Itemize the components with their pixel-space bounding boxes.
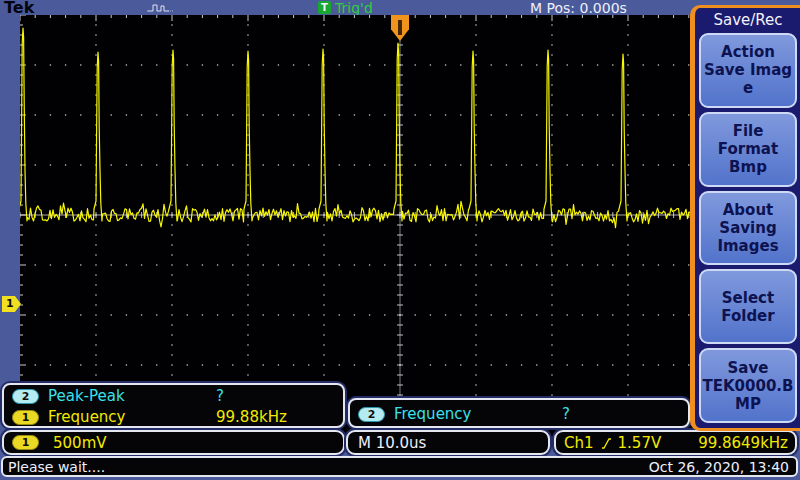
button-line: Save Image xyxy=(702,61,794,97)
measurement-value: ? xyxy=(216,387,224,405)
measurement-label: Peak-Peak xyxy=(48,387,125,405)
button-line: Save xyxy=(728,359,769,377)
menu-button-action-save-image[interactable]: Action Save Image xyxy=(699,33,797,108)
button-line: Action xyxy=(721,43,775,61)
channel2-badge: 2 xyxy=(358,407,385,422)
button-line: Saving xyxy=(719,219,776,237)
channel1-ground-marker[interactable]: 1 xyxy=(2,296,21,312)
trigger-readout: Ch1 1.57V 99.8649kHz xyxy=(554,430,797,455)
measurement-label: Frequency xyxy=(48,408,126,426)
measurement-row: 2 Peak-Peak ? xyxy=(4,386,343,407)
trigger-level-value: 1.57V xyxy=(618,434,662,452)
measurement-label: Frequency xyxy=(394,405,472,423)
trigger-marker-slot xyxy=(398,20,402,35)
top-status-bar: Tek T Trig'd M Pos: 0.000s xyxy=(0,0,800,16)
ch1-scale-readout: 1 500mV xyxy=(2,430,345,455)
graticule-display xyxy=(20,15,780,443)
button-line: Images xyxy=(717,237,778,255)
menu-button-select-folder[interactable]: Select Folder xyxy=(699,269,797,344)
button-line: Bmp xyxy=(729,158,767,176)
oscilloscope-ui: Tek T Trig'd M Pos: 0.000s 1 Save/Rec Ac… xyxy=(0,0,800,480)
horizontal-position-readout: M Pos: 0.000s xyxy=(530,0,627,16)
button-line: Select xyxy=(722,289,774,307)
trigger-source: Ch1 xyxy=(564,434,594,452)
channel1-badge: 1 xyxy=(12,435,39,450)
waveform-plot xyxy=(20,15,780,443)
button-line: TEK0000.BMP xyxy=(702,377,794,413)
measurement-value: 99.88kHz xyxy=(216,408,287,426)
trigger-status-label: Trig'd xyxy=(335,0,373,16)
timebase-readout: M 10.0us xyxy=(346,430,550,455)
measurement-value: ? xyxy=(562,405,570,423)
message-bar: Please wait.... Oct 26, 2020, 13:40 xyxy=(1,456,798,477)
menu-button-save-file[interactable]: Save TEK0000.BMP xyxy=(699,348,797,423)
acquisition-pulse-icon xyxy=(147,2,175,14)
measurement-row: 1 Frequency 99.88kHz xyxy=(4,407,343,428)
button-line: About xyxy=(723,201,774,219)
status-message: Please wait.... xyxy=(8,459,105,475)
measurement-box-1: 2 Peak-Peak ? 1 Frequency 99.88kHz xyxy=(2,383,345,428)
button-line: Format xyxy=(718,140,778,158)
save-rec-menu: Save/Rec Action Save Image File Format B… xyxy=(690,5,800,431)
button-line: Folder xyxy=(721,307,774,325)
trigger-frequency-value: 99.8649kHz xyxy=(698,434,788,452)
measurement-box-2: 2 Frequency ? xyxy=(348,398,690,428)
button-line: File xyxy=(733,122,764,140)
ch1-scale-value: 500mV xyxy=(53,434,107,452)
measurement-row: 2 Frequency ? xyxy=(350,404,688,425)
trigger-type-icon: T xyxy=(318,1,331,14)
timebase-value: M 10.0us xyxy=(358,434,426,452)
menu-button-file-format[interactable]: File Format Bmp xyxy=(699,112,797,187)
datetime-readout: Oct 26, 2020, 13:40 xyxy=(649,459,789,475)
channel1-badge: 1 xyxy=(12,410,39,425)
channel2-badge: 2 xyxy=(12,389,39,404)
rising-edge-icon xyxy=(601,436,612,450)
menu-title: Save/Rec xyxy=(699,10,797,31)
menu-button-about-saving-images[interactable]: About Saving Images xyxy=(699,191,797,266)
